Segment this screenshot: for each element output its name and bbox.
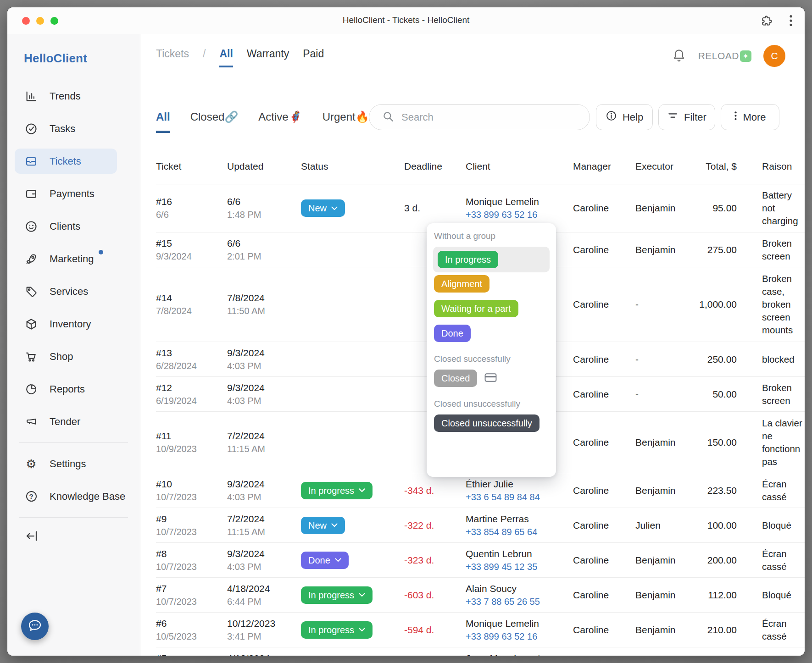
tab-warranty[interactable]: Warranty (247, 48, 289, 66)
filter-button[interactable]: Filter (658, 104, 715, 130)
ticket-row-6[interactable]: #610/5/2023 10/12/20233:41 PM In progres… (156, 613, 805, 647)
collapse-sidebar-button[interactable] (7, 522, 140, 552)
tickets-icon (25, 155, 38, 168)
filter-lines-icon (667, 110, 679, 124)
status-chip[interactable]: Waiting for a part (434, 300, 518, 317)
sidebar-item-payments[interactable]: Payments (7, 177, 140, 210)
ticket-row-8[interactable]: #810/7/2023 9/3/20244:03 PM Done -323 d.… (156, 543, 805, 578)
sparkle-badge-icon: ✦ (740, 50, 751, 62)
status-chip[interactable]: New (301, 199, 345, 217)
ticket-row-7[interactable]: #710/7/2023 4/18/20246:44 PM In progress… (156, 578, 805, 613)
breadcrumb-parent[interactable]: Tickets (156, 48, 189, 60)
total-cell: 50.00 (690, 389, 738, 400)
sidebar-item-tender[interactable]: Tender (7, 405, 140, 438)
manager-cell: Caroline (573, 624, 635, 635)
ticket-row-9[interactable]: #910/7/2023 7/2/202411:15 AM New -322 d.… (156, 508, 805, 543)
total-cell: 95.00 (690, 203, 738, 214)
app-logo[interactable]: HelloClient (24, 51, 87, 66)
filter-tab-all[interactable]: All (156, 110, 170, 133)
browser-menu-icon[interactable] (789, 14, 793, 29)
client-phone-link[interactable]: +33 899 63 52 16 (466, 210, 573, 220)
deadline-cell: -343 d. (404, 485, 466, 496)
titlebar: HelloClient - Tickets - HelloClient (7, 7, 805, 34)
status-chip[interactable]: In progress (301, 586, 373, 604)
dropdown-option[interactable]: Waiting for a part (434, 300, 549, 317)
dropdown-option[interactable]: Alignment (434, 275, 549, 293)
status-chip[interactable]: In progress (438, 251, 498, 268)
filter-tab-closed[interactable]: Closed🔗 (190, 110, 239, 133)
reload-button[interactable]: RELOAD ✦ (698, 50, 751, 62)
client-phone-link[interactable]: +33 854 89 65 64 (466, 527, 573, 537)
dropdown-option-highlighted[interactable]: In progress (433, 247, 550, 272)
ticket-id-cell: #136/28/2024 (156, 348, 227, 371)
filter-tab-urgent[interactable]: Urgent🔥 (323, 110, 369, 133)
table-header: TicketUpdatedStatusDeadlineClientManager… (156, 149, 805, 184)
status-chip[interactable]: Alignment (434, 275, 489, 293)
dropdown-option[interactable]: Closed unsuccessfully (434, 414, 549, 432)
tab-paid[interactable]: Paid (303, 48, 324, 66)
user-avatar[interactable]: C (763, 45, 785, 67)
status-chip[interactable]: New (301, 517, 345, 534)
sidebar-item-inventory[interactable]: Inventory (7, 308, 140, 340)
support-chat-button[interactable] (21, 613, 49, 640)
sidebar-item-tickets[interactable]: Tickets (7, 145, 140, 177)
sidebar-item-label: Tickets (50, 155, 81, 167)
updated-cell: 9/3/20244:03 PM (227, 548, 301, 572)
info-icon (606, 110, 617, 124)
sidebar-item-clients[interactable]: Clients (7, 210, 140, 243)
status-chip[interactable]: Done (301, 552, 349, 569)
column-header-client: Client (466, 161, 573, 172)
executor-cell: Benjamin (635, 437, 690, 448)
status-chip[interactable]: Closed (434, 370, 477, 387)
status-chip[interactable]: Done (434, 325, 471, 342)
updated-cell: 9/3/20244:03 PM (227, 382, 301, 406)
search-placeholder: Search (401, 111, 434, 123)
ticket-id-cell: #147/8/2024 (156, 293, 227, 316)
raison-cell: Écrancassé (738, 547, 805, 573)
status-chip[interactable]: In progress (301, 482, 373, 499)
notifications-bell-icon[interactable] (672, 47, 686, 65)
ticket-row-10[interactable]: #1010/7/2023 9/3/20244:03 PM In progress… (156, 473, 805, 508)
total-cell: 250.00 (690, 354, 738, 365)
extensions-puzzle-icon[interactable] (761, 15, 773, 29)
column-header-deadline: Deadline (404, 161, 466, 172)
raison-cell: Bloqué (738, 589, 805, 602)
sidebar-item-reports[interactable]: Reports (7, 373, 140, 405)
sidebar-divider (19, 517, 128, 518)
executor-cell: Benjamin (635, 203, 690, 214)
ticket-id-cell: #810/7/2023 (156, 548, 227, 572)
client-cell: Monique Lemelin+33 899 63 52 16 (466, 618, 573, 642)
status-chip[interactable]: In progress (301, 621, 373, 639)
ticket-row-5[interactable]: #510/5/2023 4/18/20246:44 PM In progress… (156, 647, 805, 656)
dropdown-group-label: Without a group (434, 231, 549, 241)
client-phone-link[interactable]: +33 899 63 52 16 (466, 631, 573, 642)
status-chip[interactable]: Closed unsuccessfully (434, 414, 539, 432)
sidebar-item-tasks[interactable]: Tasks (7, 112, 140, 145)
filter-tab-active[interactable]: Active🦸‍♀️ (258, 110, 302, 133)
updated-cell: 7/2/202411:15 AM (227, 431, 301, 454)
inventory-icon (25, 318, 38, 331)
dropdown-option[interactable]: Done (434, 325, 549, 342)
client-phone-link[interactable]: +33 6 54 89 84 84 (466, 492, 573, 503)
executor-cell: Benjamin (635, 555, 690, 566)
sidebar-item-settings[interactable]: ⚙ Settings (7, 448, 140, 480)
column-header-executor: Executor (635, 161, 690, 172)
breadcrumb: Tickets / All Warranty Paid (156, 48, 324, 67)
client-phone-link[interactable]: +33 7 88 65 26 55 (466, 597, 573, 607)
dropdown-option[interactable]: Closed (434, 370, 549, 387)
sidebar-item-shop[interactable]: Shop (7, 340, 140, 373)
sidebar-item-label: Clients (50, 221, 80, 232)
tab-all[interactable]: All (219, 48, 233, 67)
client-phone-link[interactable]: +33 899 45 12 35 (466, 562, 573, 572)
sidebar-item-marketing[interactable]: Marketing (7, 243, 140, 275)
total-cell: 112.00 (690, 590, 738, 601)
total-cell: 223.50 (690, 485, 738, 496)
ticket-id-cell: #126/19/2024 (156, 382, 227, 406)
more-button[interactable]: More (721, 104, 779, 130)
help-button[interactable]: Help (596, 104, 653, 130)
main-content: Tickets / All Warranty Paid RELOAD ✦ C A… (140, 34, 805, 656)
search-input[interactable]: Search (369, 104, 590, 130)
sidebar-item-services[interactable]: Services (7, 275, 140, 308)
sidebar-item-trends[interactable]: Trends (7, 80, 140, 112)
sidebar-item-knowledge-base[interactable]: ? Knowledge Base (7, 480, 140, 513)
